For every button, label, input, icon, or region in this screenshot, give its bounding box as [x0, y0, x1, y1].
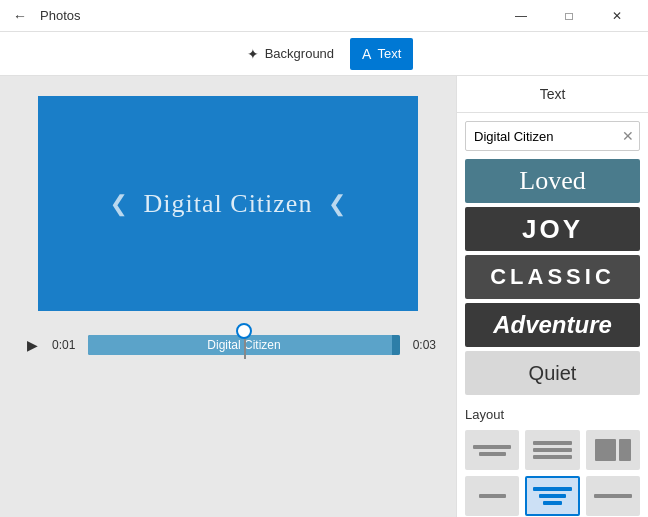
layout-label: Layout	[465, 407, 640, 422]
app-title: Photos	[40, 8, 80, 23]
layout-section: Layout	[457, 399, 648, 517]
toolbar: ✦ Background A Text	[0, 32, 648, 76]
style-item-adventure[interactable]: Adventure	[465, 303, 640, 347]
background-label: Background	[265, 46, 334, 61]
right-panel: Text ✕ Loved JOY CLASSIC Adventure Quiet	[456, 76, 648, 517]
layout-inner-1	[471, 436, 513, 464]
text-button[interactable]: A Text	[350, 38, 413, 70]
layout-option-4[interactable]	[465, 476, 519, 516]
layout-inner-4	[471, 482, 513, 510]
style-item-loved[interactable]: Loved	[465, 159, 640, 203]
title-bar: ← Photos — □ ✕	[0, 0, 648, 32]
search-box: ✕	[465, 121, 640, 151]
style-loved-label: Loved	[519, 166, 585, 196]
style-joy-label: JOY	[522, 214, 583, 245]
layout-bar	[479, 494, 506, 498]
layout-inner-5	[531, 482, 573, 510]
back-button[interactable]: ←	[8, 4, 32, 28]
timeline-track[interactable]: Digital Citizen	[88, 327, 400, 363]
main-content: ❯ Digital Citizen ❮ ▶ 0:01 Digital Citiz…	[0, 76, 648, 517]
overlay-text: Digital Citizen	[144, 189, 313, 219]
panel-title: Text	[457, 76, 648, 113]
style-list: Loved JOY CLASSIC Adventure Quiet	[457, 159, 648, 399]
video-canvas: ❯ Digital Citizen ❮	[38, 96, 418, 311]
layout-bar	[533, 441, 571, 445]
text-icon: A	[362, 46, 371, 62]
layout-bar	[533, 487, 571, 491]
arrow-right-icon: ❮	[328, 191, 346, 217]
timeline-controls: ▶ 0:01 Digital Citizen 0:03	[20, 327, 436, 363]
style-quiet-label: Quiet	[529, 362, 577, 385]
layout-bar	[479, 452, 506, 456]
title-bar-left: ← Photos	[8, 4, 80, 28]
arrow-left-icon: ❯	[110, 191, 128, 217]
layout-bar	[543, 501, 562, 505]
search-clear-button[interactable]: ✕	[622, 129, 634, 143]
layout-option-5[interactable]	[525, 476, 579, 516]
layout-bar	[594, 494, 632, 498]
layout-bar	[539, 494, 566, 498]
style-classic-label: CLASSIC	[490, 264, 615, 290]
style-adventure-label: Adventure	[493, 311, 612, 339]
layout-bar	[533, 455, 571, 459]
layout-option-6[interactable]	[586, 476, 640, 516]
background-icon: ✦	[247, 46, 259, 62]
text-label: Text	[377, 46, 401, 61]
scrubber[interactable]	[236, 323, 252, 339]
layout-option-2[interactable]	[525, 430, 579, 470]
minimize-button[interactable]: —	[498, 0, 544, 32]
timeline-area: ▶ 0:01 Digital Citizen 0:03	[20, 327, 436, 363]
layout-bar	[595, 439, 616, 461]
layout-option-1[interactable]	[465, 430, 519, 470]
layout-grid	[465, 430, 640, 516]
layout-inner-6	[592, 482, 634, 510]
maximize-button[interactable]: □	[546, 0, 592, 32]
style-item-classic[interactable]: CLASSIC	[465, 255, 640, 299]
style-item-joy[interactable]: JOY	[465, 207, 640, 251]
text-overlay: ❯ Digital Citizen ❮	[110, 189, 347, 219]
style-item-quiet[interactable]: Quiet	[465, 351, 640, 395]
canvas-area: ❯ Digital Citizen ❮ ▶ 0:01 Digital Citiz…	[0, 76, 456, 517]
layout-option-3[interactable]	[586, 430, 640, 470]
search-input[interactable]	[465, 121, 640, 151]
play-button[interactable]: ▶	[20, 333, 44, 357]
window-controls: — □ ✕	[498, 0, 640, 32]
background-button[interactable]: ✦ Background	[235, 38, 346, 70]
layout-inner-3	[592, 436, 634, 464]
time-end: 0:03	[408, 338, 436, 352]
track-handle-right[interactable]	[392, 335, 400, 355]
layout-inner-2	[531, 436, 573, 464]
layout-bar	[619, 439, 631, 461]
layout-bar	[473, 445, 511, 449]
layout-bar	[533, 448, 571, 452]
close-button[interactable]: ✕	[594, 0, 640, 32]
time-start: 0:01	[52, 338, 80, 352]
